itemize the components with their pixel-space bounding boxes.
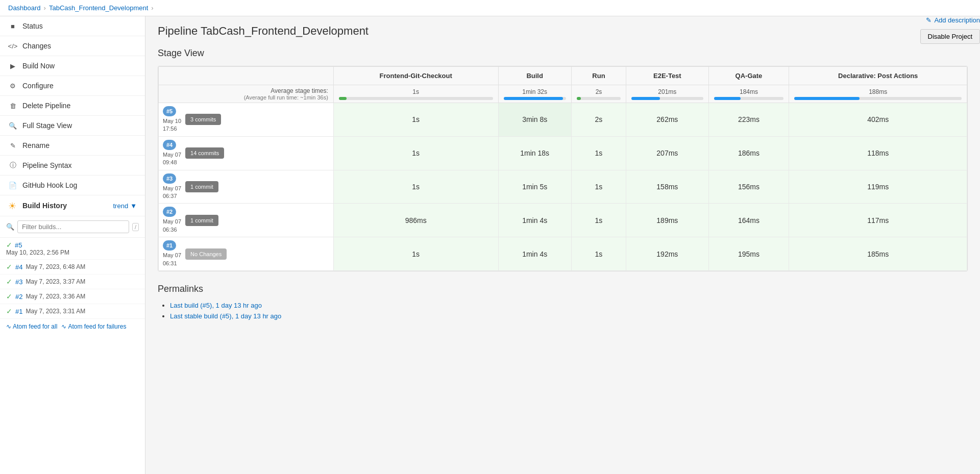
stage-cell-3-3[interactable]: 158ms bbox=[626, 170, 708, 204]
build-date-2: May 7, 2023, 3:36 AM bbox=[26, 293, 85, 300]
commit-btn-3[interactable]: 1 commit bbox=[185, 181, 218, 192]
build-label-5: #5 May 10 17:56 3 commits bbox=[159, 103, 334, 137]
col-header-empty bbox=[159, 67, 334, 85]
build-row-date-2: May 07 bbox=[163, 218, 181, 226]
sidebar-label-delete-pipeline: Delete Pipeline bbox=[22, 102, 70, 110]
breadcrumb-project[interactable]: TabCash_Frontend_Development bbox=[49, 4, 148, 12]
col-header-run: Run bbox=[571, 67, 626, 85]
build-link-5[interactable]: ✓#5 bbox=[6, 241, 69, 249]
breadcrumb-sep1: › bbox=[44, 4, 46, 12]
sidebar-item-delete-pipeline[interactable]: 🗑 Delete Pipeline bbox=[0, 96, 145, 116]
sidebar: ■ Status </> Changes ▶ Build Now ⚙ Confi… bbox=[0, 16, 145, 474]
atom-feed-all[interactable]: ∿ Atom feed for all bbox=[6, 323, 57, 330]
breadcrumb-dashboard[interactable]: Dashboard bbox=[8, 4, 41, 12]
stage-cell-1-0[interactable]: 1s bbox=[333, 237, 498, 271]
commit-btn-2[interactable]: 1 commit bbox=[185, 215, 218, 226]
sidebar-item-rename[interactable]: ✎ Rename bbox=[0, 136, 145, 156]
col-header-qa-gate: QA-Gate bbox=[708, 67, 789, 85]
stage-cell-1-4[interactable]: 195ms bbox=[708, 237, 789, 271]
stage-cell-4-1[interactable]: 1min 18s bbox=[498, 136, 571, 170]
build-row-date-3: May 07 bbox=[163, 185, 181, 192]
build-link-4[interactable]: #4 bbox=[15, 263, 22, 271]
sidebar-item-status[interactable]: ■ Status bbox=[0, 16, 145, 36]
stage-cell-2-2[interactable]: 1s bbox=[571, 204, 626, 237]
build-history-header: ☀ Build History trend ▼ bbox=[0, 195, 145, 216]
filter-builds-input[interactable] bbox=[17, 220, 129, 233]
stage-cell-2-4[interactable]: 164ms bbox=[708, 204, 789, 237]
stage-cell-5-0[interactable]: 1s bbox=[333, 103, 498, 137]
build-row-date-4: May 07 bbox=[163, 151, 181, 159]
stage-cell-5-1[interactable]: 3min 8s bbox=[498, 103, 571, 137]
stage-cell-2-3[interactable]: 189ms bbox=[626, 204, 708, 237]
stage-cell-3-4[interactable]: 156ms bbox=[708, 170, 789, 204]
stage-cell-4-5[interactable]: 118ms bbox=[789, 136, 967, 170]
build-date-4: May 7, 2023, 6:48 AM bbox=[26, 263, 85, 270]
stage-cell-4-3[interactable]: 207ms bbox=[626, 136, 708, 170]
question-icon: ⓘ bbox=[8, 161, 17, 170]
stage-cell-4-0[interactable]: 1s bbox=[333, 136, 498, 170]
build-link-3[interactable]: #3 bbox=[15, 278, 22, 286]
atom-feed-failures[interactable]: ∿ Atom feed for failures bbox=[61, 323, 126, 330]
list-item: ✓ #1 May 7, 2023, 3:31 AM bbox=[0, 304, 145, 319]
permalink-link-0[interactable]: Last build (#5), 1 day 13 hr ago bbox=[170, 302, 262, 309]
col-header-e2e-test: E2E-Test bbox=[626, 67, 708, 85]
stage-cell-1-1[interactable]: 1min 4s bbox=[498, 237, 571, 271]
breadcrumb-sep2: › bbox=[151, 4, 153, 12]
build-badge-4: #4 bbox=[163, 140, 176, 150]
list-item: ✓ #3 May 7, 2023, 3:37 AM bbox=[0, 275, 145, 289]
slash-shortcut: / bbox=[132, 223, 139, 231]
stage-cell-2-1[interactable]: 1min 4s bbox=[498, 204, 571, 237]
build-label-1: #1 May 07 06:31 No Changes bbox=[159, 237, 334, 271]
avg-label: Average stage times: (Average full run t… bbox=[159, 85, 334, 103]
avg-val-3: 201ms bbox=[626, 85, 708, 103]
stage-cell-4-4[interactable]: 186ms bbox=[708, 136, 789, 170]
sidebar-label-rename: Rename bbox=[22, 141, 50, 149]
sidebar-item-build-now[interactable]: ▶ Build Now bbox=[0, 56, 145, 76]
commit-btn-4[interactable]: 14 commits bbox=[185, 147, 224, 159]
commit-btn-5[interactable]: 3 commits bbox=[185, 114, 221, 125]
disable-project-button[interactable]: Disable Project bbox=[920, 29, 980, 44]
stage-cell-3-2[interactable]: 1s bbox=[571, 170, 626, 204]
permalinks-title: Permalinks bbox=[158, 284, 968, 294]
build-history-title: Build History bbox=[22, 202, 113, 210]
trend-button[interactable]: trend ▼ bbox=[113, 202, 137, 210]
build-link-1[interactable]: #1 bbox=[15, 308, 22, 315]
list-item: ✓#5 May 10, 2023, 2:56 PM bbox=[0, 238, 145, 260]
stage-cell-4-2[interactable]: 1s bbox=[571, 136, 626, 170]
status-icon: ■ bbox=[8, 21, 17, 31]
stage-cell-3-1[interactable]: 1min 5s bbox=[498, 170, 571, 204]
stage-cell-5-3[interactable]: 262ms bbox=[626, 103, 708, 137]
build-link-2[interactable]: #2 bbox=[15, 293, 22, 301]
sidebar-label-configure: Configure bbox=[22, 82, 54, 90]
sidebar-label-changes: Changes bbox=[22, 42, 51, 50]
stage-cell-2-5[interactable]: 117ms bbox=[789, 204, 967, 237]
check-icon-4: ✓ bbox=[6, 263, 12, 271]
average-row: Average stage times: (Average full run t… bbox=[159, 85, 967, 103]
stage-cell-2-0[interactable]: 986ms bbox=[333, 204, 498, 237]
permalink-item-1: Last stable build (#5), 1 day 13 hr ago bbox=[170, 312, 968, 320]
stage-cell-1-2[interactable]: 1s bbox=[571, 237, 626, 271]
avg-val-1: 1min 32s bbox=[498, 85, 571, 103]
build-list: ✓#5 May 10, 2023, 2:56 PM ✓ #4 May 7, 20… bbox=[0, 238, 145, 319]
sidebar-label-github-hook-log: GitHub Hook Log bbox=[22, 181, 77, 189]
stage-cell-5-2[interactable]: 2s bbox=[571, 103, 626, 137]
sidebar-item-pipeline-syntax[interactable]: ⓘ Pipeline Syntax bbox=[0, 156, 145, 176]
stage-cell-5-4[interactable]: 223ms bbox=[708, 103, 789, 137]
stage-cell-3-5[interactable]: 119ms bbox=[789, 170, 967, 204]
stage-cell-1-3[interactable]: 192ms bbox=[626, 237, 708, 271]
stage-cell-1-5[interactable]: 185ms bbox=[789, 237, 967, 271]
sidebar-item-full-stage-view[interactable]: 🔍 Full Stage View bbox=[0, 116, 145, 136]
trash-icon: 🗑 bbox=[8, 101, 17, 110]
sidebar-item-changes[interactable]: </> Changes bbox=[0, 36, 145, 56]
stage-cell-5-5[interactable]: 402ms bbox=[789, 103, 967, 137]
permalink-link-1[interactable]: Last stable build (#5), 1 day 13 hr ago bbox=[170, 312, 281, 320]
build-row-time-3: 06:37 bbox=[163, 192, 181, 200]
stage-cell-3-0[interactable]: 1s bbox=[333, 170, 498, 204]
sidebar-item-configure[interactable]: ⚙ Configure bbox=[0, 76, 145, 96]
build-date-5: May 10, 2023, 2:56 PM bbox=[6, 249, 69, 256]
commit-btn-1[interactable]: No Changes bbox=[185, 248, 227, 260]
sidebar-item-github-hook-log[interactable]: 📄 GitHub Hook Log bbox=[0, 176, 145, 195]
add-description-button[interactable]: ✎ Add description bbox=[926, 16, 980, 24]
search-icon: 🔍 bbox=[8, 121, 17, 130]
permalink-item-0: Last build (#5), 1 day 13 hr ago bbox=[170, 302, 968, 309]
